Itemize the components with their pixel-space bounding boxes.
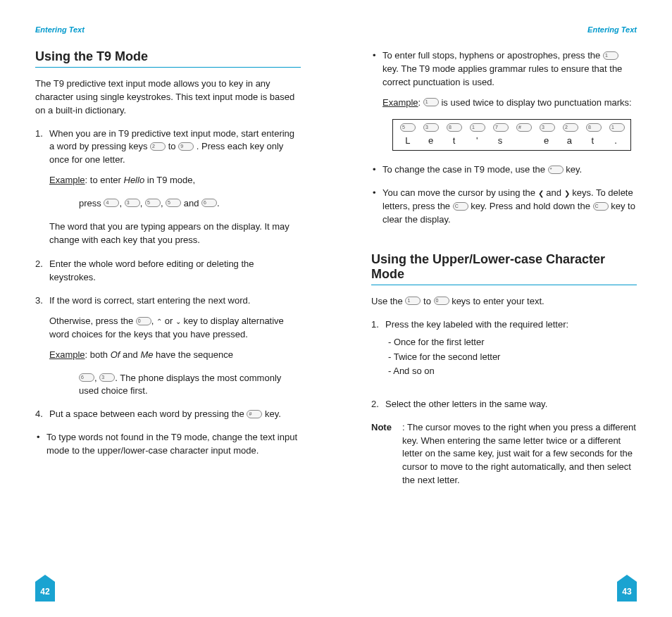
- upper-lower-intro: Use the 1 to 0 keys to enter your text.: [371, 295, 637, 308]
- key-0-icon: 0: [136, 317, 151, 325]
- example-1: Example: to enter Hello in T9 mode,: [49, 174, 301, 187]
- ul-step-1: 1. Press the key labeled with the requir…: [371, 318, 637, 388]
- bullet-upper-lower: • To type words not found in the T9 mode…: [35, 431, 301, 458]
- key-5-icon: 5: [166, 199, 181, 207]
- key-4-icon: 4: [104, 199, 119, 207]
- left-arrow-icon: ❮: [538, 189, 544, 197]
- key-c-icon: C: [453, 202, 468, 211]
- example-letter-row: L e t ' s e a t .: [400, 135, 623, 146]
- heading-rule: [371, 285, 637, 285]
- key-1-icon: 1: [405, 297, 421, 305]
- right-arrow-icon: ❯: [564, 189, 570, 197]
- key-c-icon: C: [593, 202, 609, 211]
- key-1-icon: 1: [470, 123, 485, 132]
- down-arrow-icon: ⌄: [175, 318, 181, 325]
- key-5-icon: 5: [145, 199, 161, 207]
- page-header-right: Entering Text: [371, 25, 637, 34]
- step-1-note: The word that you are typing appears on …: [35, 220, 301, 247]
- intro-text: The T9 predictive text input mode allows…: [35, 77, 301, 118]
- key-3-icon: 3: [540, 123, 555, 132]
- key-hash-icon: #: [516, 123, 532, 132]
- page-header-left: Entering Text: [35, 25, 301, 34]
- example-1-keys: press 4, 3, 5, 5 and 6.: [35, 197, 301, 211]
- key-1-icon: 1: [603, 51, 618, 60]
- heading-t9-mode: Using the T9 Mode: [35, 49, 301, 64]
- key-6-icon: 6: [79, 373, 94, 382]
- step-3: 3. If the word is correct, start enterin…: [35, 294, 301, 361]
- key-1-icon: 1: [423, 98, 439, 106]
- example-key-row: 5 3 8 1 7 # 3 2 8 1: [400, 124, 623, 132]
- step-2: 2. Enter the whole word before editing o…: [35, 258, 301, 285]
- example-box: 5 3 8 1 7 # 3 2 8 1 L e t ' s e a t .: [392, 119, 631, 151]
- key-6-icon: 6: [201, 199, 217, 207]
- example-3: Example: 1 is used twice to display two …: [382, 96, 637, 110]
- page-number-left: 42: [35, 582, 55, 602]
- key-5-icon: 5: [400, 123, 416, 132]
- heading-rule: [35, 67, 301, 68]
- key-3-icon: 3: [423, 123, 439, 132]
- heading-upper-lower: Using the Upper/Lower-case Character Mod…: [371, 252, 637, 282]
- key-hash-icon: #: [247, 410, 262, 418]
- key-2-icon: 2: [563, 123, 578, 132]
- example-2: Example: both Of and Me have the sequenc…: [49, 349, 301, 362]
- step-4: 4. Put a space between each word by pres…: [35, 408, 301, 421]
- page-number-right: 43: [617, 582, 637, 602]
- key-8-icon: 8: [586, 123, 602, 132]
- bullet-cursor: • You can move the cursor by using the ❮…: [371, 187, 637, 227]
- bullet-punctuation: • To enter full stops, hyphens or apostr…: [371, 49, 637, 109]
- right-page: Entering Text • To enter full stops, hyp…: [336, 0, 672, 617]
- up-arrow-icon: ⌃: [156, 318, 162, 325]
- key-3-icon: 3: [99, 373, 115, 382]
- dash-list: - Once for the first letter - Twice for …: [385, 335, 637, 378]
- ul-step-2: 2. Select the other letters in the same …: [371, 398, 637, 411]
- bullet-case: • To change the case in T9 mode, use the…: [371, 163, 637, 177]
- key-1-icon: 1: [609, 123, 625, 132]
- key-0-icon: 0: [434, 297, 449, 305]
- key-3-icon: 3: [125, 199, 140, 207]
- key-9-icon: 9: [178, 142, 194, 151]
- left-page: Entering Text Using the T9 Mode The T9 p…: [0, 0, 336, 617]
- step-1: 1. When you are in T9 predictive text in…: [35, 127, 301, 187]
- key-8-icon: 8: [447, 123, 462, 132]
- key-2-icon: 2: [150, 142, 166, 151]
- key-star-icon: *: [548, 166, 564, 174]
- example-2-keys: 6, 3. The phone displays the most common…: [35, 372, 301, 399]
- key-7-icon: 7: [493, 123, 509, 132]
- note: Note : The cursor moves to the right whe…: [371, 421, 637, 487]
